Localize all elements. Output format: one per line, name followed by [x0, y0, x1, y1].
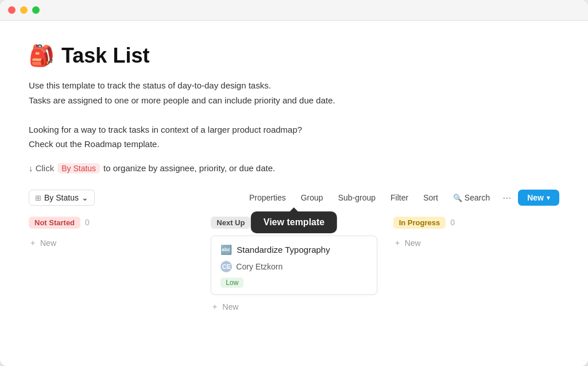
- column-in-progress: In Progress 0 ＋ New: [393, 217, 559, 314]
- fullscreen-dot[interactable]: [32, 6, 40, 14]
- column-header-in-progress: In Progress 0: [393, 217, 559, 229]
- column-count-next-up: 1: [255, 218, 260, 227]
- page-title-row: 🎒 Task List: [29, 44, 559, 68]
- task-type-icon: 🔤: [220, 244, 232, 255]
- toolbar: ⊞ By Status ⌄ Properties Group Sub-group…: [29, 190, 559, 206]
- by-status-icon: ⊞: [35, 194, 41, 202]
- more-options-button[interactable]: ···: [499, 190, 514, 206]
- search-button[interactable]: 🔍 Search: [447, 190, 496, 205]
- properties-label: Properties: [249, 193, 286, 202]
- plus-icon-in-progress: ＋: [393, 238, 401, 248]
- status-badge-in-progress: In Progress: [393, 217, 446, 229]
- roadmap-line-1: Looking for a way to track tasks in cont…: [29, 122, 559, 137]
- plus-icon-next-up: ＋: [211, 302, 219, 312]
- new-chevron-icon: ▾: [547, 194, 550, 202]
- task-title: Standardize Typography: [237, 245, 330, 255]
- by-status-label: By Status: [44, 193, 79, 202]
- priority-badge: Low: [220, 278, 243, 288]
- task-card[interactable]: 🔤 Standardize Typography CE Cory Etzkorn…: [211, 236, 377, 295]
- hint-line: ↓ Click By Status to organize by assigne…: [29, 163, 559, 174]
- description-line-2: Tasks are assigned to one or more people…: [29, 93, 559, 108]
- board: Not Started 0 ＋ New Next Up 1 🔤: [29, 217, 559, 314]
- add-new-label-in-progress: New: [405, 238, 421, 248]
- chevron-down-icon: ⌄: [82, 193, 88, 202]
- new-label: New: [527, 193, 544, 202]
- filter-label: Filter: [390, 193, 408, 202]
- sort-label: Sort: [423, 193, 438, 202]
- by-status-button[interactable]: ⊞ By Status ⌄: [29, 190, 95, 206]
- more-icon: ···: [502, 192, 511, 203]
- hint-text-after: to organize by assignee, priority, or du…: [103, 163, 275, 173]
- roadmap-line-2: Check out the Roadmap template.: [29, 137, 559, 152]
- add-new-label-next-up: New: [222, 302, 238, 311]
- task-card-title-row: 🔤 Standardize Typography: [220, 244, 367, 255]
- group-button[interactable]: Group: [295, 190, 329, 205]
- minimize-dot[interactable]: [20, 6, 28, 14]
- search-label: Search: [465, 193, 490, 202]
- add-new-next-up[interactable]: ＋ New: [211, 299, 377, 314]
- filter-button[interactable]: Filter: [385, 190, 414, 205]
- by-status-hint-badge[interactable]: By Status: [57, 163, 100, 174]
- subgroup-label: Sub-group: [338, 193, 376, 202]
- column-header-not-started: Not Started 0: [29, 217, 195, 229]
- column-count-not-started: 0: [85, 218, 90, 227]
- column-count-in-progress: 0: [450, 218, 455, 227]
- titlebar: [0, 0, 588, 21]
- search-icon: 🔍: [453, 194, 462, 202]
- assignee-name: Cory Etzkorn: [236, 262, 283, 271]
- properties-button[interactable]: Properties: [243, 190, 292, 205]
- status-badge-next-up: Next Up: [211, 217, 250, 229]
- group-label: Group: [301, 193, 323, 202]
- description-line-1: Use this template to track the status of…: [29, 78, 559, 93]
- description-block: Use this template to track the status of…: [29, 78, 559, 152]
- close-dot[interactable]: [8, 6, 16, 14]
- column-not-started: Not Started 0 ＋ New: [29, 217, 195, 314]
- page-title: Task List: [61, 44, 149, 68]
- task-assignee-row: CE Cory Etzkorn: [220, 261, 367, 272]
- plus-icon-not-started: ＋: [29, 238, 37, 248]
- add-new-in-progress[interactable]: ＋ New: [393, 236, 559, 251]
- status-badge-not-started: Not Started: [29, 217, 80, 229]
- new-button[interactable]: New ▾: [518, 190, 559, 206]
- content-area: 🎒 Task List Use this template to track t…: [0, 21, 588, 366]
- sort-button[interactable]: Sort: [417, 190, 444, 205]
- page-icon: 🎒: [29, 44, 55, 68]
- column-next-up: Next Up 1 🔤 Standardize Typography CE Co…: [211, 217, 377, 314]
- add-new-not-started[interactable]: ＋ New: [29, 236, 195, 251]
- add-new-label-not-started: New: [40, 238, 56, 248]
- subgroup-button[interactable]: Sub-group: [332, 190, 381, 205]
- hint-arrow: ↓ Click: [29, 163, 54, 173]
- main-window: 🎒 Task List Use this template to track t…: [0, 0, 588, 366]
- column-header-next-up: Next Up 1: [211, 217, 377, 229]
- avatar: CE: [220, 261, 232, 272]
